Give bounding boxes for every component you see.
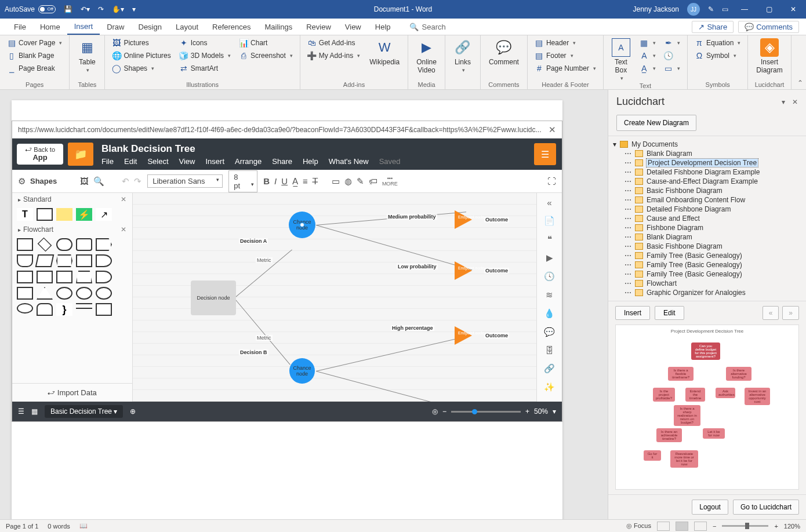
- zoom-slider[interactable]: [722, 525, 768, 527]
- fc-shape[interactable]: [96, 254, 112, 267]
- tree-item[interactable]: ⋯ Cause-and-Effect Diagram Example: [608, 177, 806, 186]
- shape-border-button[interactable]: ▭: [332, 176, 340, 187]
- undo-icon[interactable]: ↶▾: [81, 5, 90, 13]
- zoom-out-button[interactable]: −: [442, 407, 446, 416]
- fc-shape[interactable]: [76, 303, 92, 309]
- maximize-button[interactable]: ▢: [761, 5, 777, 13]
- fc-shape[interactable]: [96, 271, 112, 283]
- text-box-button[interactable]: AText Box: [608, 37, 634, 82]
- tree-item[interactable]: ⋯ Family Tree (Basic Genealogy): [608, 269, 806, 279]
- panel-next-button[interactable]: »: [782, 306, 799, 320]
- screenshot-button[interactable]: ⎙Screenshot: [237, 50, 295, 61]
- tree-item[interactable]: ⋯ Detailed Fishbone Diagram Example: [608, 167, 806, 177]
- data-icon[interactable]: 🗄: [545, 345, 554, 355]
- qat-customize-icon[interactable]: ▾: [132, 5, 136, 13]
- shape-text[interactable]: T: [17, 208, 33, 221]
- undo-icon[interactable]: ↶: [122, 176, 129, 187]
- redo-icon[interactable]: ↷: [98, 5, 104, 13]
- fill-button[interactable]: ◍: [344, 176, 352, 187]
- online-video-button[interactable]: ▶Online Video: [413, 37, 440, 75]
- lc-hamburger-button[interactable]: ☰: [534, 143, 556, 165]
- zoom-value[interactable]: 50%: [534, 407, 548, 416]
- tab-draw[interactable]: Draw: [100, 19, 131, 35]
- fullscreen-button[interactable]: ⛶: [547, 176, 556, 186]
- underline-button[interactable]: U: [281, 176, 288, 186]
- insert-diagram-button[interactable]: ◈Insert Diagram: [753, 37, 786, 75]
- image-icon[interactable]: 🖼: [80, 176, 89, 186]
- lc-menu-insert[interactable]: Insert: [205, 157, 224, 166]
- magic-icon[interactable]: ✨: [544, 382, 555, 392]
- fc-shape[interactable]: }: [56, 303, 72, 316]
- shape-bolt[interactable]: ⚡: [76, 208, 92, 221]
- autosave-toggle[interactable]: [38, 5, 56, 13]
- links-button[interactable]: 🔗Links: [450, 37, 475, 74]
- cover-page-button[interactable]: ▤Cover Page: [5, 37, 64, 49]
- fontsize-select[interactable]: 8 pt: [228, 170, 257, 192]
- fc-shape[interactable]: [56, 271, 72, 283]
- layers-icon[interactable]: ≋: [546, 290, 553, 300]
- fc-shape[interactable]: [76, 271, 92, 283]
- zoom-out-button[interactable]: −: [713, 523, 716, 530]
- tell-me-search[interactable]: 🔍 Search: [409, 23, 446, 31]
- wordart-button[interactable]: A: [637, 50, 658, 61]
- add-page-button[interactable]: ⊕: [130, 407, 136, 416]
- document-area[interactable]: https://www.lucidchart.com/documents/edi…: [0, 90, 608, 519]
- style-button[interactable]: 🏷: [369, 176, 377, 186]
- fc-shape[interactable]: [96, 238, 112, 251]
- read-mode-button[interactable]: [657, 522, 670, 531]
- comment-button[interactable]: 💬Comment: [485, 37, 522, 67]
- tree-item[interactable]: ⋯ Blank Diagram: [608, 149, 806, 158]
- cat-standard[interactable]: Standard✕: [12, 193, 132, 206]
- smartart-button[interactable]: ⇄SmartArt: [177, 63, 233, 74]
- chart-button[interactable]: 📊Chart: [237, 37, 295, 49]
- panel-edit-button[interactable]: Edit: [655, 306, 684, 320]
- page-tab[interactable]: Basic Decision Tree ▾: [45, 405, 123, 418]
- user-name[interactable]: Jenny Jackson: [633, 5, 679, 13]
- zoom-level[interactable]: 120%: [784, 523, 800, 530]
- online-pictures-button[interactable]: 🌐Online Pictures: [110, 50, 173, 61]
- list-view-icon[interactable]: ☰: [18, 407, 24, 416]
- fc-shape[interactable]: [76, 238, 92, 251]
- fc-shape[interactable]: [37, 271, 53, 283]
- lc-menu-share[interactable]: Share: [272, 157, 292, 166]
- panel-close-button[interactable]: ✕: [792, 98, 798, 106]
- page-number-button[interactable]: #Page Number: [532, 63, 598, 74]
- tree-root[interactable]: ▾ My Documents: [608, 140, 806, 149]
- draw-mode-icon[interactable]: ✎: [708, 5, 714, 13]
- goto-lucidchart-button[interactable]: Go to Lucidchart: [733, 500, 799, 515]
- 3d-models-button[interactable]: 🧊3D Models: [177, 50, 233, 61]
- zoom-in-button[interactable]: +: [525, 407, 529, 416]
- tab-review[interactable]: Review: [299, 19, 338, 35]
- zoom-in-button[interactable]: +: [774, 523, 778, 530]
- font-select[interactable]: Liberation Sans: [147, 174, 223, 188]
- italic-button[interactable]: I: [274, 176, 277, 186]
- tab-help[interactable]: Help: [368, 19, 398, 35]
- lc-menu-new[interactable]: What's New: [329, 157, 369, 166]
- tree-item[interactable]: ⋯ Fishbone Diagram: [608, 223, 806, 232]
- header-button[interactable]: ▤Header: [532, 37, 598, 49]
- tab-layout[interactable]: Layout: [169, 19, 205, 35]
- tree-item[interactable]: ⋯ Family Tree (Basic Genealogy): [608, 251, 806, 260]
- textcolor-button[interactable]: A̲: [292, 176, 298, 187]
- tree-item[interactable]: ⋯ Cause and Effect: [608, 214, 806, 223]
- tree-item[interactable]: ⋯ Detailed Fishbone Diagram: [608, 205, 806, 214]
- object-button[interactable]: ▭: [662, 63, 682, 74]
- tab-references[interactable]: References: [205, 19, 257, 35]
- bold-button[interactable]: B: [263, 176, 270, 186]
- lc-menu-file[interactable]: File: [101, 157, 114, 166]
- tree-item[interactable]: ⋯ Basic Fishbone Diagram: [608, 186, 806, 195]
- autosave-control[interactable]: AutoSave: [5, 5, 56, 13]
- equation-button[interactable]: πEquation: [692, 37, 743, 49]
- fc-shape[interactable]: [38, 238, 52, 252]
- endpoint-2[interactable]: [455, 261, 472, 280]
- quick-parts-button[interactable]: ▦: [637, 37, 658, 49]
- link-icon[interactable]: 🔗: [544, 363, 555, 374]
- gear-icon[interactable]: ⚙: [18, 176, 26, 187]
- ribbon-collapse-button[interactable]: ⌃: [792, 76, 806, 89]
- shapes-button[interactable]: ◯Shapes: [110, 63, 173, 74]
- fc-shape[interactable]: [76, 287, 92, 300]
- ribbon-display-icon[interactable]: ▭: [722, 5, 728, 13]
- cat-close-icon[interactable]: ✕: [121, 225, 126, 234]
- minimize-button[interactable]: —: [736, 5, 753, 13]
- datetime-button[interactable]: 🕓: [662, 50, 682, 61]
